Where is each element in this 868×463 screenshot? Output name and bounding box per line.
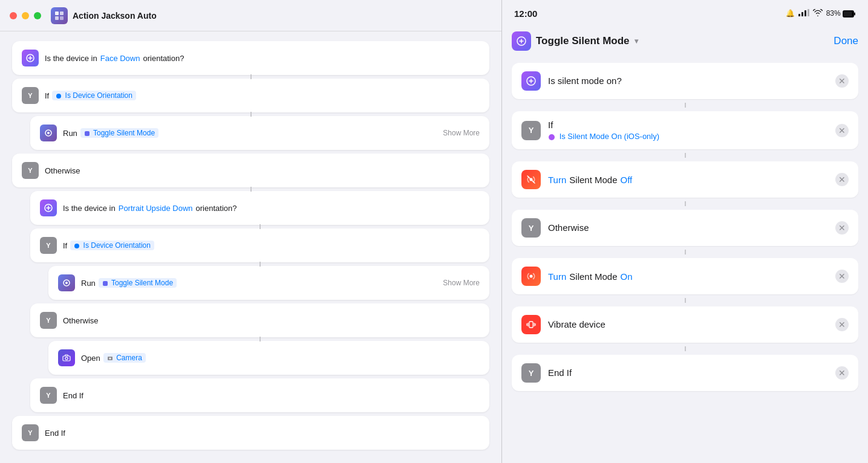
orientation-icon-2 [40, 199, 57, 216]
app-icon [51, 7, 68, 24]
signal-icon [798, 9, 809, 18]
end-if-outer[interactable]: Y End If [12, 416, 489, 450]
remove-btn-0[interactable]: ✕ [835, 74, 849, 88]
turn-silent-off-content: Turn Silent Mode Off [548, 175, 828, 185]
app-title: Action Jackson Auto [73, 11, 157, 21]
divider-6 [685, 346, 686, 351]
otherwise-y-icon: Y [521, 218, 541, 238]
traffic-light-red[interactable] [10, 12, 17, 19]
if-silent-content: If Is Silent Mode On (iOS-only) [548, 120, 828, 141]
orientation-icon-1 [22, 50, 39, 66]
silent-on-icon [521, 267, 541, 286]
remove-btn-4[interactable]: ✕ [835, 270, 849, 283]
if-text-1: If Is Device Orientation [45, 91, 480, 100]
otherwise-icon-1: Y [22, 162, 39, 179]
otherwise-2[interactable]: Y Otherwise [30, 303, 489, 337]
ios-content: Is silent mode on? ✕ Y If Is Silent Mode… [502, 58, 868, 463]
turn-silent-off-row[interactable]: Turn Silent Mode Off ✕ [512, 161, 858, 198]
svg-point-9 [74, 244, 79, 248]
if-silent-title: If [548, 120, 553, 130]
end-if-row[interactable]: Y End If ✕ [512, 355, 858, 391]
is-silent-mode-on-row[interactable]: Is silent mode on? ✕ [512, 63, 858, 99]
vibrate-device-row[interactable]: Vibrate device ✕ [512, 306, 858, 343]
svg-rect-19 [808, 9, 809, 16]
silent-mode-title: Is silent mode on? [548, 76, 622, 86]
end-if-inner[interactable]: Y End If [30, 378, 489, 412]
remove-btn-5[interactable]: ✕ [835, 318, 849, 331]
portrait-upside-text: Is the device in Portrait Upside Down or… [63, 204, 480, 213]
svg-point-27 [530, 275, 533, 278]
if-device-orientation-1[interactable]: Y If Is Device Orientation [12, 79, 489, 112]
run-toggle-silent-2[interactable]: Run Toggle Silent Mode Show More [48, 266, 489, 300]
svg-rect-2 [55, 16, 59, 20]
bell-icon: 🔔 [786, 9, 795, 18]
remove-btn-6[interactable]: ✕ [835, 366, 849, 380]
if-device-orientation-2[interactable]: Y If Is Device Orientation [30, 228, 489, 262]
otherwise-1[interactable]: Y Otherwise [12, 154, 489, 187]
end-if-icon-1: Y [40, 387, 57, 404]
run-toggle-silent-1[interactable]: Run Toggle Silent Mode Show More [30, 116, 489, 150]
action-face-down[interactable]: Is the device in Face Down orientation? [12, 41, 489, 75]
turn-silent-on-content: Turn Silent Mode On [548, 271, 828, 282]
silent-check-icon [521, 71, 541, 91]
shortcuts-content: Is the device in Face Down orientation? … [0, 31, 501, 463]
turn-silent-on-text: Turn Silent Mode On [548, 271, 828, 282]
silent-mode-content: Is silent mode on? [548, 76, 828, 86]
remove-btn-1[interactable]: ✕ [835, 124, 849, 137]
camera-icon [58, 349, 75, 366]
svg-rect-7 [85, 131, 90, 136]
face-down-text: Is the device in Face Down orientation? [45, 54, 480, 63]
end-if-icon-2: Y [22, 424, 39, 441]
wifi-icon [813, 9, 823, 18]
remove-btn-2[interactable]: ✕ [835, 173, 849, 186]
vibrate-icon [521, 315, 541, 334]
svg-point-15 [109, 357, 111, 359]
ios-header-title: Toggle Silent Mode ▾ [512, 31, 638, 51]
turn-silent-on-row[interactable]: Turn Silent Mode On ✕ [512, 258, 858, 294]
titlebar: Action Jackson Auto [0, 0, 501, 31]
end-if-text-2: End If [45, 429, 480, 438]
remove-btn-3[interactable]: ✕ [835, 221, 849, 235]
ios-header-label: Toggle Silent Mode [536, 35, 630, 47]
svg-point-5 [56, 94, 61, 99]
chevron-down-icon[interactable]: ▾ [635, 37, 638, 45]
svg-rect-22 [844, 11, 852, 16]
ios-header: Toggle Silent Mode ▾ Done [502, 27, 868, 58]
svg-rect-11 [103, 281, 108, 286]
svg-rect-1 [60, 11, 64, 15]
vibrate-title: Vibrate device [548, 319, 605, 329]
divider-5 [685, 298, 686, 303]
end-if-title: End If [548, 367, 572, 378]
status-time: 12:00 [514, 8, 537, 19]
if-silent-mode-row[interactable]: Y If Is Silent Mode On (iOS-only) ✕ [512, 111, 858, 149]
run-icon-2 [58, 274, 75, 291]
divider-4 [685, 250, 686, 254]
traffic-light-yellow[interactable] [22, 12, 29, 19]
svg-point-13 [65, 357, 68, 360]
end-if-text-1: End If [63, 391, 480, 400]
left-panel: Action Jackson Auto Is the device in Fac… [0, 0, 502, 463]
if-icon-1: Y [22, 87, 39, 104]
end-if-y-icon: Y [521, 363, 541, 383]
svg-rect-0 [55, 11, 59, 15]
if-y-icon: Y [521, 121, 541, 140]
silent-off-icon [521, 170, 541, 189]
otherwise-row[interactable]: Y Otherwise ✕ [512, 210, 858, 246]
svg-point-25 [549, 134, 555, 140]
svg-rect-3 [60, 16, 64, 20]
svg-rect-21 [854, 12, 855, 15]
traffic-light-green[interactable] [34, 12, 41, 19]
end-if-content: End If [548, 367, 828, 378]
otherwise-icon-2: Y [40, 312, 57, 329]
if-text-2: If Is Device Orientation [63, 241, 480, 250]
check-portrait-upside[interactable]: Is the device in Portrait Upside Down or… [30, 191, 489, 225]
svg-rect-18 [804, 10, 806, 16]
svg-rect-16 [798, 14, 800, 16]
run-text-1: Run Toggle Silent Mode [63, 128, 437, 138]
otherwise-text-2: Otherwise [63, 316, 480, 325]
done-button[interactable]: Done [834, 35, 858, 47]
open-camera[interactable]: Open Camera [48, 341, 489, 375]
status-icons: 🔔 83% [786, 9, 856, 18]
battery-icon: 83% [826, 9, 856, 18]
if-icon-2: Y [40, 237, 57, 254]
